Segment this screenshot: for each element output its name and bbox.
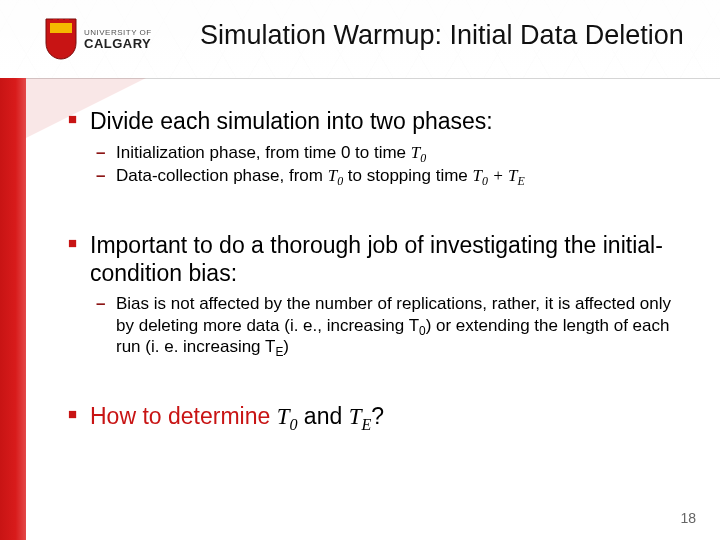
spacer-1 [68, 188, 680, 224]
svg-rect-2 [59, 19, 63, 23]
university-logo: UNIVERSITY OF CALGARY [44, 8, 154, 70]
wordmark: UNIVERSITY OF CALGARY [84, 29, 152, 50]
bullet-1-text: Divide each simulation into two phases: [90, 108, 493, 134]
bullet-3-and: and [297, 403, 348, 429]
sym-TE-b: TE [349, 404, 372, 429]
bullet-2-text: Important to do a thorough job of invest… [90, 232, 663, 286]
sym-T-1: T [411, 143, 420, 162]
bullet-1b-pre: Data-collection phase, from [116, 166, 328, 185]
left-red-bar [0, 78, 26, 540]
bullet-1b: Data-collection phase, from T0 to stoppi… [68, 165, 680, 186]
page-number: 18 [680, 510, 696, 526]
sym-sub-E-1: E [517, 174, 524, 188]
sym-sub-0-4: 0 [419, 324, 426, 338]
sym-T-4: T [508, 166, 517, 185]
sym-T-5: T [277, 404, 290, 429]
crest-icon [44, 17, 78, 61]
sym-T-3: T [473, 166, 482, 185]
wordmark-bottom: CALGARY [84, 37, 152, 50]
content-area: Divide each simulation into two phases: … [68, 100, 680, 500]
bullet-3: How to determine T0 and TE? [68, 403, 680, 431]
svg-rect-0 [50, 23, 72, 33]
sym-T-2: T [328, 166, 337, 185]
bullet-1b-mid: to stopping time [343, 166, 472, 185]
sym-T0-d: T0 [277, 404, 298, 429]
sym-sub-E-3: E [361, 416, 371, 433]
sym-T-6: T [349, 404, 362, 429]
bullet-2: Important to do a thorough job of invest… [68, 232, 680, 287]
sym-T0-c: T0 [473, 166, 488, 185]
bullet-3-pre: How to determine [90, 403, 277, 429]
slide-title: Simulation Warmup: Initial Data Deletion [200, 20, 690, 51]
bullet-2a: Bias is not affected by the number of re… [68, 293, 680, 357]
sym-T0-b: T0 [328, 166, 343, 185]
bullet-1: Divide each simulation into two phases: [68, 108, 680, 136]
slide: UNIVERSITY OF CALGARY Simulation Warmup:… [0, 0, 720, 540]
sym-TE: TE [508, 166, 525, 185]
sym-sub-0-1: 0 [420, 151, 426, 165]
svg-rect-3 [65, 19, 69, 23]
svg-rect-1 [53, 19, 57, 23]
bullet-1a-pre: Initialization phase, from time 0 to tim… [116, 143, 411, 162]
bullet-3-q: ? [371, 403, 384, 429]
sym-T0: T0 [411, 143, 426, 162]
sym-plus: + [488, 166, 508, 185]
bullet-1a: Initialization phase, from time 0 to tim… [68, 142, 680, 163]
spacer-2 [68, 359, 680, 395]
bullet-2a-post: ) [283, 337, 289, 356]
